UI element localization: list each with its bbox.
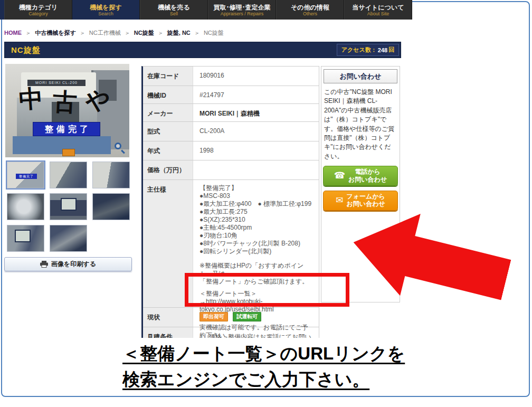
nav-tab-sublabel: Sell: [170, 11, 178, 16]
nav-tab-label: 機械を売る: [158, 4, 190, 11]
machine-base: [13, 136, 111, 154]
thumbnail-7[interactable]: [7, 225, 44, 252]
table-row: 年式 1998: [143, 141, 319, 160]
nav-tab-sublabel: About Site: [367, 11, 390, 16]
nav-tab-label: 当サイトについて: [353, 4, 404, 11]
form-inquiry-button[interactable]: ✉ フォームから お問い合わせ: [323, 191, 398, 211]
access-count-unit: 回: [388, 46, 394, 54]
annotation-line1: ＜整備ノート一覧＞のURLリンクを: [122, 340, 405, 366]
row-label: メーカー: [143, 104, 193, 121]
spec-table: 在庫コード 1809016 機械ID #214797 メーカー MORI SEI…: [141, 66, 319, 357]
phone-icon: ☎: [334, 171, 345, 180]
breadcrumb-link[interactable]: 旋盤, NC: [167, 30, 191, 36]
thumbnail-gallery: 整備完了: [7, 162, 129, 252]
phone-button-line2: お問い合わせ: [348, 176, 387, 183]
page-title-bar: NC旋盤 アクセス数： 248 回: [4, 42, 401, 58]
breadcrumb-link[interactable]: NC工作機械: [89, 30, 121, 36]
table-row: 機械ID #214797: [143, 86, 319, 104]
row-value: CL-200A: [193, 122, 319, 141]
thumbnail-8[interactable]: [50, 225, 87, 252]
spec-line: ●MSC-803: [200, 192, 312, 200]
breadcrumb-separator: ＞: [80, 30, 86, 36]
spec-line: 【整備完了】: [200, 184, 312, 192]
print-button-label: 画像を印刷する: [51, 260, 96, 269]
spec-line: ●8吋パワーチャック(北川製 B-208): [200, 240, 312, 248]
envelope-icon: ✉: [336, 196, 343, 205]
breadcrumb-separator: ＞: [25, 30, 31, 36]
zoom-magnifier-icon[interactable]: [115, 143, 125, 153]
red-highlight-box: [185, 273, 349, 307]
breadcrumb-link[interactable]: 中古機械を探す: [35, 30, 76, 36]
print-images-button[interactable]: 画像を印刷する: [4, 257, 132, 271]
nav-tab-category[interactable]: 機種カテゴリ Category: [4, 0, 72, 20]
table-row: 型式 CL-200A: [143, 122, 319, 141]
mini-maintenance-badge: 整備完了: [16, 174, 37, 179]
contact-header[interactable]: お問い合わせ: [324, 69, 397, 83]
table-row-condition: 現状 即出荷可 試運転可 実機確認は可能です。お電話にてご予約下さい。: [143, 308, 319, 327]
row-label: 現状: [143, 308, 193, 327]
page-title: NC旋盤: [11, 45, 41, 55]
spec-line: ●S(XZ):235*310: [200, 216, 312, 224]
nav-tab-label: その他の情報: [291, 4, 329, 11]
breadcrumb-separator: ＞: [194, 30, 200, 36]
main-product-photo[interactable]: MORI SEIKI CL-200 中 古 や 整備完了: [5, 64, 129, 157]
status-badge-test-run: 試運転可: [233, 312, 261, 321]
row-label: 型式: [143, 122, 193, 141]
spec-line: ●最大加工径:φ400 ● 標準加工径:φ199: [200, 200, 312, 208]
thumbnail-3[interactable]: [92, 162, 130, 188]
access-count-badge: アクセス数： 248 回: [337, 44, 399, 56]
thumbnail-2[interactable]: [50, 162, 87, 188]
spec-line: ●回転シリンダー(北川製): [200, 248, 312, 255]
row-label: 機械ID: [143, 86, 193, 103]
watermark-char: 古: [52, 86, 78, 119]
row-value: MORI SEIKI｜森精機: [193, 104, 319, 121]
condition-content: 即出荷可 試運転可 実機確認は可能です。お電話にてご予約下さい。: [193, 308, 319, 327]
spec-line: ●最大加工長:275: [200, 208, 312, 216]
machine-pedal: [62, 149, 75, 156]
phone-inquiry-button[interactable]: ☎ 電話から お問い合わせ: [323, 166, 398, 186]
row-value: [193, 160, 319, 179]
table-row: 価格（万円）: [143, 160, 319, 180]
nav-tab-sublabel: Category: [28, 11, 48, 16]
nav-tab-search[interactable]: 機械を探す Search: [72, 0, 140, 20]
annotation-text: ＜整備ノート一覧＞のURLリンクを 検索エンジンでご入力下さい。: [122, 340, 405, 392]
breadcrumb-link[interactable]: NC旋盤: [134, 30, 154, 36]
form-button-line2: お問い合わせ: [346, 200, 385, 207]
watermark-char: や: [84, 83, 112, 118]
table-row: メーカー MORI SEIKI｜森精機: [143, 104, 319, 122]
printer-icon: [40, 261, 48, 268]
access-count-value: 248: [378, 47, 387, 53]
annotation-line2: 検索エンジンでご入力下さい。: [122, 366, 405, 392]
nav-tab-others[interactable]: その他の情報 Others: [276, 0, 344, 20]
row-label: 年式: [143, 141, 193, 160]
thumbnail-5[interactable]: [50, 193, 87, 220]
nav-tab-label: 機種カテゴリ: [19, 4, 58, 11]
row-value: 1998: [193, 141, 319, 160]
row-value: #214797: [193, 86, 319, 103]
nav-tab-label: 機械を探す: [90, 4, 122, 11]
watermark-char: 中: [18, 82, 44, 116]
nav-tab-appraisers[interactable]: 買取･修理･査定企業 Appraisers / Repairs: [208, 0, 276, 20]
status-badge-ship-ready: 即出荷可: [200, 312, 228, 321]
thumbnail-4[interactable]: [7, 193, 44, 220]
nav-tab-sell[interactable]: 機械を売る Sell: [140, 0, 208, 20]
nav-tab-about[interactable]: 当サイトについて About Site: [344, 0, 412, 20]
spec-line: ●主軸:45-4500rpm: [200, 224, 312, 232]
table-row: 在庫コード 1809016: [143, 67, 319, 86]
top-navigation: 機種カテゴリ Category 機械を探す Search 機械を売る Sell …: [0, 0, 412, 20]
thumbnail-6[interactable]: [92, 193, 130, 220]
breadcrumb-home-link[interactable]: HOME: [4, 30, 22, 36]
nav-tab-sublabel: Others: [303, 11, 317, 16]
nav-tab-sublabel: Search: [98, 11, 113, 16]
form-button-line1: フォームから: [346, 193, 385, 200]
row-label: 在庫コード: [143, 67, 193, 86]
nav-tab-label: 買取･修理･査定企業: [214, 4, 271, 11]
breadcrumb-current: NC旋盤: [204, 30, 224, 36]
breadcrumb-separator: ＞: [125, 30, 130, 36]
thumbnail-1[interactable]: 整備完了: [7, 162, 44, 188]
breadcrumb-separator: ＞: [158, 30, 164, 36]
row-value: 1809016: [193, 67, 319, 86]
row-label: 価格（万円）: [143, 160, 193, 179]
access-count-label: アクセス数：: [341, 46, 377, 54]
nav-tab-sublabel: Appraisers / Repairs: [221, 11, 264, 16]
